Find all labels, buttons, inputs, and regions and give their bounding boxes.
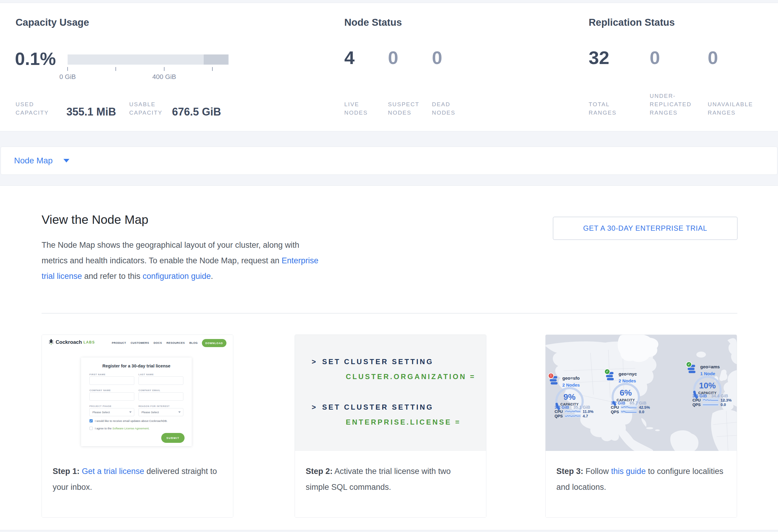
checkbox-checked-icon [89,419,93,423]
used-capacity: 3.7 GiB [611,401,625,405]
cpu-label: CPU [555,409,563,414]
qps-row: QPS 4.7 [555,414,605,418]
sql-command: SET CLUSTER SETTING [322,358,434,366]
site-nav: PRODUCT CUSTOMERS DOCS RESOURCES BLOG [112,341,198,345]
capacity-bar-other-segment [204,55,228,65]
brand-name: Cockroach [56,339,82,345]
cpu-value: 11.0% [583,409,594,414]
checkbox-text: I agree to the [95,427,112,430]
description-text: . [211,272,213,281]
cpu-row: CPU 11.0% [555,409,605,413]
total-capacity: 34.4 GiB [711,393,728,398]
cpu-value: 12.3% [720,398,732,402]
last-name-input [139,376,183,385]
sql-command-line: >SET CLUSTER SETTING [312,403,434,411]
under-replicated-ranges-label: UNDER- REPLICATED RANGES [650,92,692,117]
error-badge-icon: ! [548,373,554,379]
capacity-axis-label-start: 0 GiB [47,73,88,81]
replication-status-title: Replication Status [589,17,675,28]
nav-item: CUSTOMERS [131,341,149,345]
capacity-percent: 6% [609,388,642,398]
select-value: Please Select [142,410,159,414]
field-label: COMPANY NAME [89,389,111,392]
step1-text: Step 1: Get a trial license delivered st… [42,451,233,517]
healthy-badge-icon: ✓ [604,369,610,375]
qps-sparkline [621,410,637,413]
healthy-badge-icon: ✓ [686,362,692,367]
nav-item: PRODUCT [112,341,126,345]
description-text: metrics and health indicators. To enable… [42,256,282,265]
map-locality-ams: ✓ geo=ams 1 Node 10% CAPACITY 3.6 GiB 34… [687,362,737,410]
axis-tick [115,67,116,71]
used-capacity: 3.2 GiB [555,405,569,409]
cpu-row: CPU 12.3% [692,398,737,402]
qps-label: QPS [555,414,563,418]
step3-text: Step 3: Follow this guide to configure l… [546,451,737,517]
live-nodes-label: LIVE NODES [344,100,368,117]
field-label: COMPANY EMAIL [139,389,160,392]
sql-prompt: > [312,358,317,366]
capacity-percent: 10% [691,381,724,390]
software-license-agreement-link: Software License Agreement. [112,427,150,430]
capacity-bar [68,55,229,65]
cpu-sparkline [564,409,581,413]
total-ranges-value: 32 [589,48,609,68]
qps-value: 0.0 [639,409,644,414]
chevron-down-icon [178,411,181,413]
sql-command-line: >SET CLUSTER SETTING [312,358,434,366]
description-text: and refer to this [82,272,143,281]
configuration-guide-link[interactable]: configuration guide [143,272,211,281]
checkbox-label: I agree to the Software License Agreemen… [95,427,150,430]
sql-setting-name: ENTERPRISE.LICENSE = [346,418,461,427]
email-updates-checkbox-row: I would like to receive email updates ab… [89,419,167,423]
select-value: Please Select [92,410,110,414]
axis-tick [164,67,164,71]
page-title: View the Node Map [42,213,148,227]
total-capacity: 35.1 GiB [573,405,590,409]
enterprise-trial-license-link[interactable]: Enterprise [282,256,319,265]
step2-text: Step 2: Activate the trial license with … [295,451,486,517]
qps-label: QPS [692,402,701,407]
form-title: Register for a 30-day trial license [81,364,192,368]
qps-label: QPS [611,409,619,414]
axis-tick [67,67,68,71]
node-map-dropdown[interactable]: Node Map [1,147,777,175]
nav-item: RESOURCES [166,341,185,345]
node-status-title: Node Status [344,17,402,28]
step1-card: Cockroach LABS PRODUCT CUSTOMERS DOCS RE… [42,334,233,518]
this-guide-link[interactable]: this guide [611,467,646,476]
nav-item: BLOG [189,341,198,345]
reason-for-interest-select: Please Select [139,408,183,416]
step-text: Follow [583,467,611,476]
cpu-row: CPU 42.5% [611,405,662,409]
map-locality-sfo: ! geo=sfo 2 Nodes 9% CAPACITY 3.2 GiB 35… [549,374,606,422]
field-label: FIRST NAME [89,373,105,376]
capacity-values: 3.7 GiB 65.7 GiB [611,401,658,405]
company-email-input [139,392,183,401]
checkbox-empty-icon [89,427,93,430]
step-prefix: Step 1: [53,467,80,476]
get-enterprise-trial-button[interactable]: GET A 30-DAY ENTERPRISE TRIAL [553,217,737,240]
suspect-nodes-label: SUSPECT NODES [388,100,419,117]
node-map-dropdown-label: Node Map [14,156,53,165]
cockroach-bug-icon [49,339,54,346]
qps-value: 4.7 [583,414,588,418]
dead-nodes-value: 0 [432,48,442,68]
enterprise-trial-license-link[interactable]: trial license [42,272,82,281]
qps-row: QPS 0.0 [611,409,662,414]
cpu-value: 42.5% [639,405,650,409]
description-line: metrics and health indicators. To enable… [42,253,319,269]
field-label: REASON FOR INTEREST [139,405,170,407]
dead-nodes-label: DEAD NODES [432,100,456,117]
suspect-nodes-value: 0 [388,48,398,68]
locality-name: geo=nyc [619,371,637,376]
unavailable-ranges-value: 0 [708,48,718,68]
capacity-values: 3.6 GiB 34.4 GiB [692,393,737,398]
project-phase-select: Please Select [89,408,134,416]
live-nodes-value: 4 [344,48,355,68]
sql-commands-illustration: >SET CLUSTER SETTING CLUSTER.ORGANIZATIO… [295,335,486,452]
get-trial-license-link[interactable]: Get a trial license [82,467,145,476]
submit-button: SUBMIT [161,433,184,443]
chevron-down-icon [63,159,69,162]
company-name-input [89,392,134,401]
